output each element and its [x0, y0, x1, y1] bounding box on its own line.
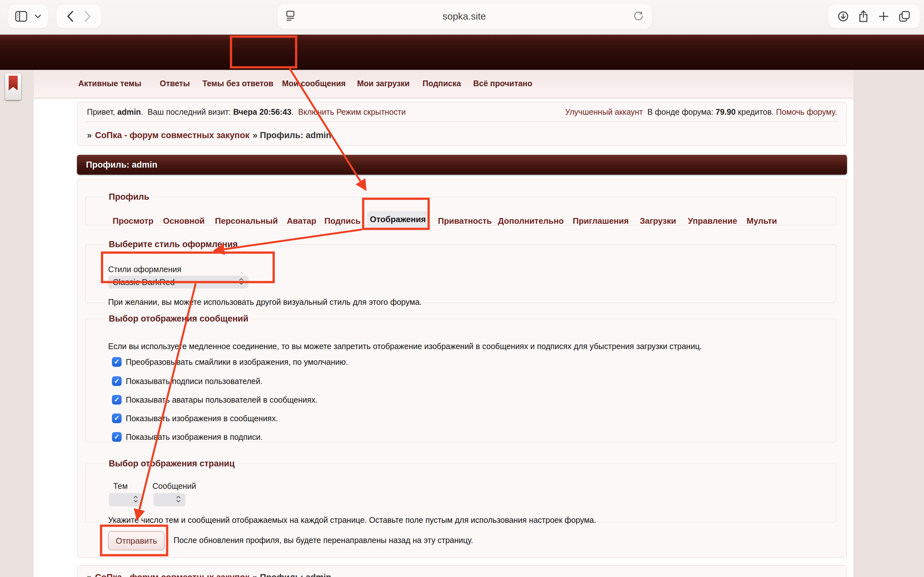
footer-breadcrumb-card: »СоПка - форум совместных закупок» Профи… — [77, 565, 847, 577]
tab-essentials[interactable]: Основной — [163, 216, 205, 226]
window-actions-group — [828, 5, 920, 28]
messages-per-page-select[interactable] — [153, 493, 186, 506]
breadcrumb-current: Профиль: admin — [260, 572, 331, 577]
chevron-down-icon[interactable] — [34, 14, 41, 19]
topics-per-page-label: Тем — [113, 482, 128, 491]
subnav-my-uploads[interactable]: Мои загрузки — [357, 79, 410, 88]
checkbox-checked-icon[interactable]: ✓ — [112, 432, 121, 442]
style-select[interactable]: Classic DarkRed — [108, 276, 248, 288]
checkbox-row-avatars: ✓ Показывать аватары пользователей в соо… — [112, 395, 318, 405]
new-tab-icon[interactable] — [878, 11, 889, 22]
checkbox-row-images-posts: ✓ Показывать изображения в сообщениях. — [112, 414, 278, 423]
submit-note: После обновления профиля, вы будете пере… — [174, 536, 473, 545]
last-visit-time: Вчера 20:56:43 — [233, 107, 292, 116]
messages-description: Если вы используете медленное соединение… — [108, 342, 702, 351]
profile-tabs-fieldset: Профиль Просмотр Основной Персональный А… — [86, 192, 836, 226]
checkbox-row-images-signature: ✓ Показывать изображения в подписи. — [112, 432, 263, 442]
refresh-icon[interactable] — [633, 11, 644, 22]
checkbox-label[interactable]: Показывать изображения в сообщениях. — [126, 414, 278, 423]
section-title: Профиль: admin — [86, 160, 157, 170]
subnav-active-topics[interactable]: Активные темы — [78, 79, 142, 88]
tab-overview-icon[interactable] — [898, 11, 911, 22]
style-legend: Выберите стиль оформления — [105, 239, 242, 250]
checkbox-row-smilies: ✓ Преобразовывать смайлики в изображения… — [112, 357, 348, 367]
history-nav-group — [57, 5, 102, 28]
tab-signature[interactable]: Подпись — [325, 216, 360, 226]
tab-multi[interactable]: Мульти — [746, 216, 777, 226]
select-chevrons-icon — [176, 495, 181, 504]
divider — [86, 121, 838, 122]
fund-credits: 79.90 — [716, 107, 736, 116]
greeting-line: Привет, admin. Ваш последний визит: Вчер… — [87, 107, 406, 117]
stealth-mode-link[interactable]: Включить Режим скрытности — [298, 107, 406, 116]
sidebar-button-group[interactable] — [8, 5, 48, 28]
downloads-icon[interactable] — [837, 11, 849, 22]
profile-legend: Профиль — [105, 192, 153, 202]
forum-navbar: Форум Участники Поиск Профиль Сообщения … — [0, 35, 924, 70]
checkbox-label[interactable]: Преобразовывать смайлики в изображения, … — [126, 358, 348, 367]
style-description: При желании, вы можете использовать друг… — [108, 298, 422, 307]
back-button[interactable] — [67, 11, 74, 22]
select-chevrons-icon — [239, 277, 244, 287]
tab-avatar[interactable]: Аватар — [287, 216, 317, 226]
address-bar[interactable]: sopka.site — [277, 4, 652, 29]
style-fieldset: Выберите стиль оформления Стили оформлен… — [86, 239, 836, 303]
topics-per-page-select[interactable] — [109, 493, 143, 506]
checkbox-checked-icon[interactable]: ✓ — [112, 395, 121, 405]
tab-personal[interactable]: Персональный — [215, 216, 278, 226]
checkbox-label[interactable]: Показывать изображения в подписи. — [126, 432, 263, 442]
tab-invitations[interactable]: Приглашения — [573, 216, 629, 226]
style-select-label: Стили оформления — [108, 265, 181, 274]
site-logo[interactable] — [5, 74, 21, 100]
quick-links-bar: Активные темы Ответы Темы без ответов Мо… — [34, 70, 853, 98]
message-display-fieldset: Выбор отображения сообщений Если вы испо… — [86, 314, 836, 442]
screen: sopka.site — [0, 0, 924, 577]
messages-per-page-label: Сообщений — [152, 482, 196, 491]
checkbox-label[interactable]: Показывать подписи пользователей. — [126, 377, 262, 386]
breadcrumb: »СоПка - форум совместных закупок» Профи… — [87, 131, 331, 140]
username: admin — [118, 107, 141, 116]
style-select-value: Classic DarkRed — [113, 277, 239, 287]
subnav-subscription[interactable]: Подписка — [423, 79, 461, 88]
subnav-replies[interactable]: Ответы — [160, 79, 190, 88]
browser-toolbar: sopka.site — [0, 0, 924, 35]
checkbox-label[interactable]: Показывать аватары пользователей в сообщ… — [126, 395, 318, 405]
checkbox-checked-icon[interactable]: ✓ — [112, 376, 121, 386]
url-text[interactable]: sopka.site — [295, 11, 633, 22]
subnav-mark-all-read[interactable]: Всё прочитано — [473, 79, 532, 88]
tab-display-active[interactable]: Отображения — [367, 211, 428, 227]
help-forum-link[interactable]: Помочь форуму. — [776, 107, 837, 116]
breadcrumb-forum-link[interactable]: СоПка - форум совместных закупок — [95, 572, 249, 577]
account-line: Улучшенный аккаунт В фонде форума: 79.90… — [565, 107, 837, 117]
breadcrumb-forum-link[interactable]: СоПка - форум совместных закупок — [95, 131, 249, 140]
pages-description: Укажите число тем и сообщений отображаем… — [108, 516, 596, 525]
checkbox-checked-icon[interactable]: ✓ — [112, 357, 121, 367]
upgraded-account-link[interactable]: Улучшенный аккаунт — [565, 107, 643, 116]
select-chevrons-icon — [133, 495, 138, 504]
tab-privacy[interactable]: Приватность — [438, 216, 492, 226]
sidebar-icon[interactable] — [15, 11, 27, 22]
submit-button[interactable]: Отправить — [108, 531, 165, 550]
forward-button[interactable] — [84, 11, 91, 22]
pages-legend: Выбор отображения страниц — [105, 459, 238, 469]
user-info-card: Привет, admin. Ваш последний визит: Вчер… — [77, 102, 847, 146]
share-icon[interactable] — [858, 10, 869, 23]
checkbox-checked-icon[interactable]: ✓ — [112, 414, 121, 423]
reader-view-icon[interactable] — [286, 10, 295, 23]
page-display-fieldset: Выбор отображения страниц Тем Сообщений — [86, 459, 836, 522]
footer-breadcrumb: »СоПка - форум совместных закупок» Профи… — [87, 572, 331, 577]
subnav-my-posts[interactable]: Мои сообщения — [282, 79, 346, 88]
checkbox-row-signatures: ✓ Показывать подписи пользователей. — [112, 376, 262, 386]
profile-settings-card: Профиль Просмотр Основной Персональный А… — [77, 179, 847, 558]
bookmark-icon — [9, 76, 18, 90]
breadcrumb-current: Профиль: admin — [260, 131, 331, 140]
messages-legend: Выбор отображения сообщений — [105, 314, 252, 324]
tab-view[interactable]: Просмотр — [113, 216, 153, 226]
tab-uploads[interactable]: Загрузки — [640, 216, 676, 226]
tab-extra[interactable]: Дополнительно — [498, 216, 564, 226]
tab-management[interactable]: Управление — [688, 216, 737, 226]
subnav-unanswered[interactable]: Темы без ответов — [202, 79, 273, 88]
section-header: Профиль: admin — [77, 155, 847, 175]
